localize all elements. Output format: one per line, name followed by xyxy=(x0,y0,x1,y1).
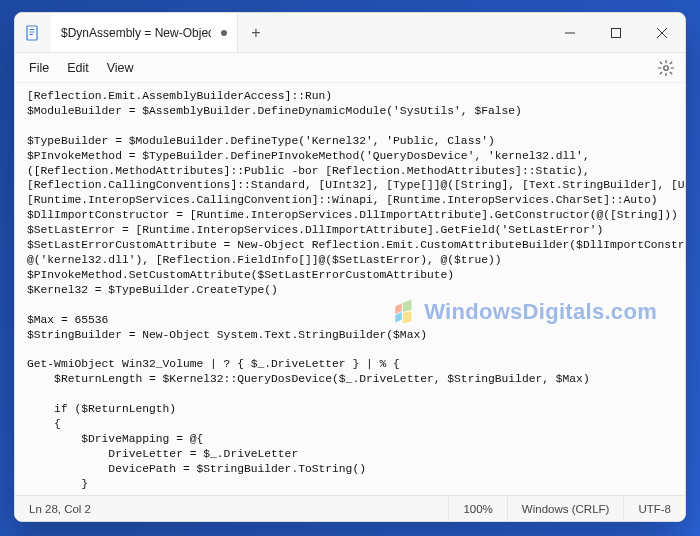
desktop-background: $DynAssembly = New-Object Syste + File E… xyxy=(0,0,700,536)
unsaved-indicator-icon xyxy=(221,30,227,36)
menubar: File Edit View xyxy=(15,53,685,83)
status-cursor[interactable]: Ln 28, Col 2 xyxy=(15,496,105,521)
document-tab[interactable]: $DynAssembly = New-Object Syste xyxy=(51,13,238,52)
svg-rect-5 xyxy=(612,28,621,37)
svg-point-8 xyxy=(664,66,669,71)
notepad-window: $DynAssembly = New-Object Syste + File E… xyxy=(14,12,686,522)
titlebar-drag-region[interactable] xyxy=(274,13,547,52)
tab-title: $DynAssembly = New-Object Syste xyxy=(61,26,211,40)
menu-edit[interactable]: Edit xyxy=(67,61,89,75)
statusbar: Ln 28, Col 2 100% Windows (CRLF) UTF-8 xyxy=(15,495,685,521)
settings-button[interactable] xyxy=(657,59,675,77)
status-zoom[interactable]: 100% xyxy=(448,496,506,521)
text-editor[interactable]: [Reflection.Emit.AssemblyBuilderAccess]:… xyxy=(15,83,685,495)
titlebar[interactable]: $DynAssembly = New-Object Syste + xyxy=(15,13,685,53)
status-eol[interactable]: Windows (CRLF) xyxy=(507,496,624,521)
svg-rect-0 xyxy=(27,26,37,40)
status-encoding[interactable]: UTF-8 xyxy=(623,496,685,521)
close-button[interactable] xyxy=(639,13,685,52)
menu-view[interactable]: View xyxy=(107,61,134,75)
app-icon xyxy=(15,13,51,52)
minimize-button[interactable] xyxy=(547,13,593,52)
new-tab-button[interactable]: + xyxy=(238,13,274,52)
maximize-button[interactable] xyxy=(593,13,639,52)
menu-file[interactable]: File xyxy=(29,61,49,75)
